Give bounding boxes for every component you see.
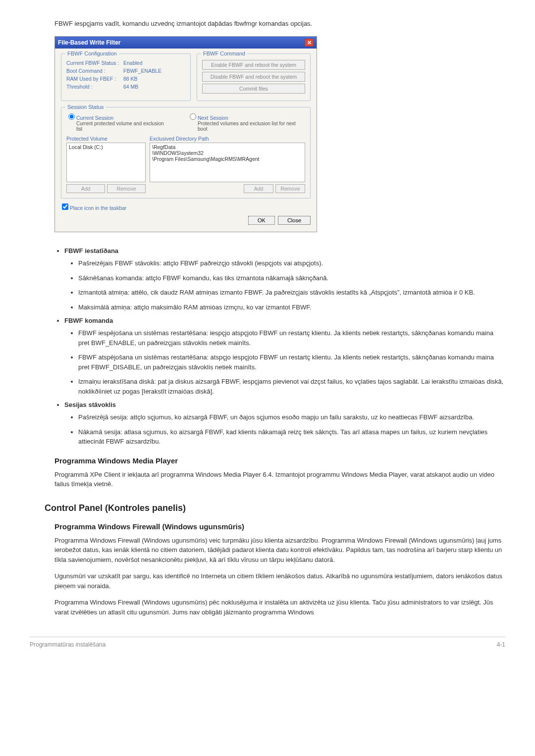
close-button[interactable]: Close [278,216,311,225]
dialog-title: File-Based Write Filter [58,39,120,46]
dialog-titlebar: File-Based Write Filter ✕ [55,37,317,49]
next-session-label: Next Session [198,115,228,121]
fbwf-configuration-group: FBWF Configuration Current FBWF Status :… [61,53,191,101]
list-item: Pašreizējā sesija: attçlo sçjumus, ko ai… [78,412,505,422]
config-value: FBWF_ENABLE [123,68,161,74]
remove-exclusion-button[interactable]: Remove [275,184,305,193]
current-session-radio[interactable]: Current Session [68,113,170,121]
current-session-label: Current Session [76,115,113,121]
list-item: Sāknēšanas komanda: attçlo FBWF komandu,… [78,273,505,283]
exclusived-directory-label: Exclusived Directory Path [150,136,305,142]
session-status-group: Session Status Current Session Current p… [61,107,311,199]
firewall-paragraph-1: Programma Windows Firewall (Windows ugun… [54,536,505,565]
ok-button[interactable]: OK [248,216,275,225]
list-item: FBWF atspējošana un sistēmas restartēšan… [78,353,505,372]
next-session-radio-input[interactable] [190,113,196,120]
list-item[interactable]: Local Disk (C:) [69,144,143,150]
taskbar-icon-checkbox[interactable]: Place icon in the taskbar [62,203,311,211]
add-exclusion-button[interactable]: Add [244,184,273,193]
enable-fbwf-button[interactable]: Enable FBWF and reboot the system [202,60,305,70]
list-item: FBWF komanda FBWF iespējošana un sistēma… [64,317,505,396]
list-heading: FBWF iestatīðana [64,247,118,254]
taskbar-icon-label: Place icon in the taskbar [70,205,126,211]
config-label: Current FBWF Status : [66,60,123,66]
next-session-radio[interactable]: Next Session [190,113,305,121]
config-label: RAM Used by FBEF : [66,76,123,82]
command-legend: FBWF Command [201,50,247,56]
add-volume-button[interactable]: Add [66,184,105,193]
fbwf-dialog: File-Based Write Filter ✕ FBWF Configura… [54,36,317,232]
current-session-sub: Current protected volume and exclusion l… [76,121,170,132]
footer-left: Programmatūras instalēšana [30,641,106,648]
disable-fbwf-button[interactable]: Disable FBWF and reboot the system [202,72,305,82]
page-footer: Programmatūras instalēšana 4-1 [30,637,505,648]
list-item: Maksimālā atmiņa: attçlo maksimâlo RAM a… [78,302,505,312]
list-item: Nākamā sesija: atlasa sçjumus, ko aizsar… [78,427,505,447]
fbwf-settings-list: FBWF iestatīðana Pašreizējais FBWF stāvo… [64,247,505,447]
firewall-heading: Programma Windows Firewall (Windows ugun… [54,522,505,531]
list-item[interactable]: \WINDOWS\system32 [152,150,303,156]
list-heading: Sesijas stâvoklis [64,401,116,408]
config-label: Threshold : [66,84,123,90]
config-row: Current FBWF Status : Enabled [66,60,185,66]
intro-paragraph: FBWF iespçjams vadīt, komandu uzvednç iz… [54,20,505,27]
config-row: RAM Used by FBEF : 88 KB [66,76,185,82]
session-legend: Session Status [65,104,106,110]
config-row: Boot Command : FBWF_ENABLE [66,68,185,74]
wmp-paragraph: Programmā XPe Client ir iekļauta arī pro… [54,470,505,489]
list-item: FBWF iestatīðana Pašreizējais FBWF stāvo… [64,247,505,312]
firewall-paragraph-2: Ugunsmūri var uzskatīt par sargu, kas id… [54,571,505,591]
fbwf-command-group: FBWF Command Enable FBWF and reboot the … [197,53,311,101]
protected-volume-listbox[interactable]: Local Disk (C:) [66,143,146,182]
commit-files-button[interactable]: Commit files [202,84,305,94]
list-item: Izmaiņu ierakstīšana diskā: pat ja disku… [78,377,505,396]
footer-right: 4-1 [497,641,505,648]
current-session-radio-input[interactable] [68,113,75,120]
config-legend: FBWF Configuration [65,50,119,56]
config-label: Boot Command : [66,68,123,74]
close-icon[interactable]: ✕ [305,39,314,47]
exclusion-listbox[interactable]: \RegfData \WINDOWS\system32 \Program Fil… [150,143,305,182]
taskbar-icon-checkbox-input[interactable] [62,203,68,210]
list-item: Pašreizējais FBWF stāvoklis: attçlo FBWF… [78,258,505,268]
list-item: Izmantotā atmiņa: attēlo, cik daudz RAM … [78,288,505,298]
list-item: Sesijas stâvoklis Pašreizējā sesija: att… [64,401,505,447]
protected-volume-label: Protected Volume [66,136,146,142]
config-value: 88 KB [123,76,138,82]
list-item: FBWF iespējošana un sistēmas restartēšan… [78,328,505,348]
config-row: Threshold : 64 MB [66,84,185,90]
control-panel-heading: Control Panel (Kontroles panelis) [45,503,505,513]
config-value: Enabled [123,60,143,66]
next-session-sub: Protected volumes and exclusion list for… [198,121,305,132]
firewall-paragraph-3: Programma Windows Firewall (Windows ugun… [54,598,505,617]
remove-volume-button[interactable]: Remove [107,184,146,193]
list-item[interactable]: \RegfData [152,144,303,150]
list-item[interactable]: \Program Files\Samsung\MagicRMS\MRAgent [152,156,303,162]
list-heading: FBWF komanda [64,317,113,324]
config-value: 64 MB [123,84,138,90]
wmp-heading: Programma Windows Media Player [54,456,505,465]
